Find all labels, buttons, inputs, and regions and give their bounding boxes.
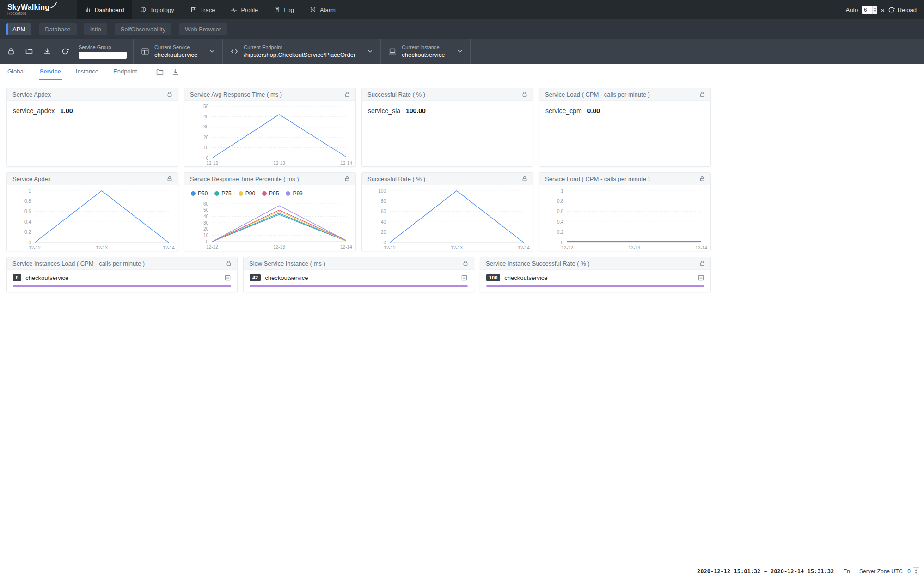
folder-icon[interactable]	[156, 68, 164, 76]
logo-swoosh-icon	[50, 2, 57, 9]
legend-item-p75[interactable]: P75	[214, 190, 231, 197]
lock-icon[interactable]	[344, 176, 350, 182]
dashboard-row-3: Service Instances Load ( CPM - calls per…	[6, 257, 924, 292]
svg-text:60: 60	[381, 209, 386, 214]
lock-icon[interactable]	[2, 48, 20, 55]
card-header: Service Load ( CPM - calls per minute )	[539, 88, 710, 101]
scope-tabs: Global Service Instance Endpoint	[0, 64, 924, 80]
number-spinner[interactable]	[872, 6, 877, 14]
svg-text:50: 50	[203, 207, 209, 213]
svg-text:20: 20	[203, 226, 209, 231]
nav-item-trace[interactable]: Trace	[182, 0, 223, 19]
instance-list-item[interactable]: 0 checkoutservice	[13, 274, 231, 281]
export-icon[interactable]	[172, 68, 179, 76]
instance-detail-icon[interactable]	[461, 274, 468, 281]
value-badge: 100	[486, 274, 500, 281]
instance-load-bar	[13, 285, 231, 287]
nav-item-topology[interactable]: Topology	[132, 0, 182, 19]
lock-icon[interactable]	[699, 261, 705, 266]
instance-list-item[interactable]: 100 checkoutservice	[486, 274, 704, 281]
export-icon[interactable]	[38, 48, 56, 55]
card-header: Successful Rate ( % )	[362, 173, 533, 185]
instance-list-item[interactable]: 42 checkoutservice	[250, 274, 468, 281]
toolbar-divider	[470, 39, 471, 64]
lock-icon[interactable]	[699, 91, 705, 97]
time-range-picker[interactable]: 2020-12-12 15:01:32 ~ 2020-12-14 15:31:3…	[697, 568, 834, 575]
page-tab-selfobservability[interactable]: SelfObservability	[115, 23, 172, 35]
auto-interval-input[interactable]: 6	[862, 6, 877, 14]
legend-label: P95	[269, 190, 279, 197]
page-tab-database[interactable]: Database	[39, 23, 77, 35]
lock-icon[interactable]	[522, 176, 527, 182]
card-slow-service-instance: Slow Service Instance ( ms ) 42 checkout…	[243, 257, 474, 292]
card-title: Service Avg Response Time ( ms )	[190, 91, 282, 98]
svg-text:0: 0	[561, 240, 563, 245]
current-service-selector[interactable]: Current Service checkoutservice	[134, 39, 222, 64]
chevron-down-icon	[457, 49, 463, 54]
svg-text:12-14: 12-14	[340, 244, 352, 249]
nav-item-label: Trace	[200, 6, 215, 13]
card-header: Service Instances Load ( CPM - calls per…	[7, 257, 237, 270]
tab-global[interactable]: Global	[6, 64, 26, 80]
metric-body: service_cpm 0.00	[539, 101, 710, 121]
service-group-field: Service Group	[79, 44, 127, 59]
lock-icon[interactable]	[463, 261, 468, 266]
legend-item-p95[interactable]: P95	[262, 190, 279, 197]
tab-service[interactable]: Service	[39, 64, 62, 80]
svg-text:12-12: 12-12	[206, 161, 218, 166]
page-tab-web-browser[interactable]: Web Browser	[179, 23, 227, 35]
logo[interactable]: SkyWalking Rocketbot	[7, 0, 52, 19]
folder-icon[interactable]	[20, 48, 38, 55]
tab-endpoint[interactable]: Endpoint	[112, 64, 138, 80]
dashboard-content: Service Apdex service_apdex 1.00 Service…	[0, 80, 924, 292]
service-group-input[interactable]	[79, 52, 127, 59]
instance-detail-icon[interactable]	[698, 274, 704, 281]
server-zone-label: Server Zone UTC +0	[859, 568, 911, 575]
instance-detail-icon[interactable]	[224, 274, 231, 281]
current-instance-selector[interactable]: Current Instance checkoutservice	[381, 39, 470, 64]
nav-item-log[interactable]: Log	[266, 0, 302, 19]
legend-item-p50[interactable]: P50	[191, 190, 208, 197]
legend-item-p90[interactable]: P90	[239, 190, 255, 197]
nav-item-alarm[interactable]: Alarm	[302, 0, 343, 19]
nav-item-dashboard[interactable]: Dashboard	[77, 0, 132, 19]
auto-interval-value: 6	[862, 7, 872, 12]
legend-item-p99[interactable]: P99	[286, 190, 302, 197]
successful-rate-line-chart: 02040608010012-1212-1312-14	[362, 185, 533, 251]
svg-text:0: 0	[383, 240, 386, 245]
service-icon	[141, 47, 149, 55]
reload-button[interactable]: Reload	[888, 6, 917, 13]
svg-text:50: 50	[203, 104, 209, 109]
metric-value: 0.00	[587, 107, 600, 115]
lock-icon[interactable]	[167, 176, 172, 182]
svg-text:60: 60	[203, 201, 209, 207]
tab-instance[interactable]: Instance	[75, 64, 99, 80]
card-title: Service Instance Successful Rate ( % )	[486, 260, 590, 267]
lock-icon[interactable]	[226, 261, 232, 266]
auto-unit-label: s	[881, 6, 884, 13]
server-zone-stepper[interactable]	[913, 567, 919, 575]
svg-text:30: 30	[203, 220, 209, 225]
alarm-icon	[310, 6, 316, 13]
card-title: Service Instances Load ( CPM - calls per…	[12, 260, 145, 267]
card-title: Service Apdex	[12, 91, 51, 98]
language-toggle[interactable]: En	[843, 568, 850, 575]
lock-icon[interactable]	[344, 91, 350, 97]
metric-body: service_apdex 1.00	[7, 101, 178, 121]
lock-icon[interactable]	[167, 91, 172, 97]
svg-text:12-13: 12-13	[628, 245, 640, 250]
svg-text:12-14: 12-14	[340, 161, 352, 166]
card-title: Service Response Time Percentile ( ms )	[190, 176, 299, 182]
nav-item-profile[interactable]: Profile	[223, 0, 266, 19]
refresh-icon[interactable]	[56, 48, 74, 55]
page-tab-apm[interactable]: APM	[6, 23, 31, 35]
lock-icon[interactable]	[699, 176, 705, 182]
current-endpoint-selector[interactable]: Current Endpoint /hipstershop.CheckoutSe…	[223, 39, 380, 64]
lock-icon[interactable]	[522, 91, 527, 97]
instance-list: 0 checkoutservice	[7, 270, 237, 292]
instance-laptop-icon	[388, 47, 397, 55]
svg-text:12-13: 12-13	[96, 245, 108, 250]
selector-label: Current Service	[154, 44, 197, 50]
page-tab-istio[interactable]: Istio	[84, 23, 107, 35]
svg-text:12-12: 12-12	[384, 245, 396, 250]
